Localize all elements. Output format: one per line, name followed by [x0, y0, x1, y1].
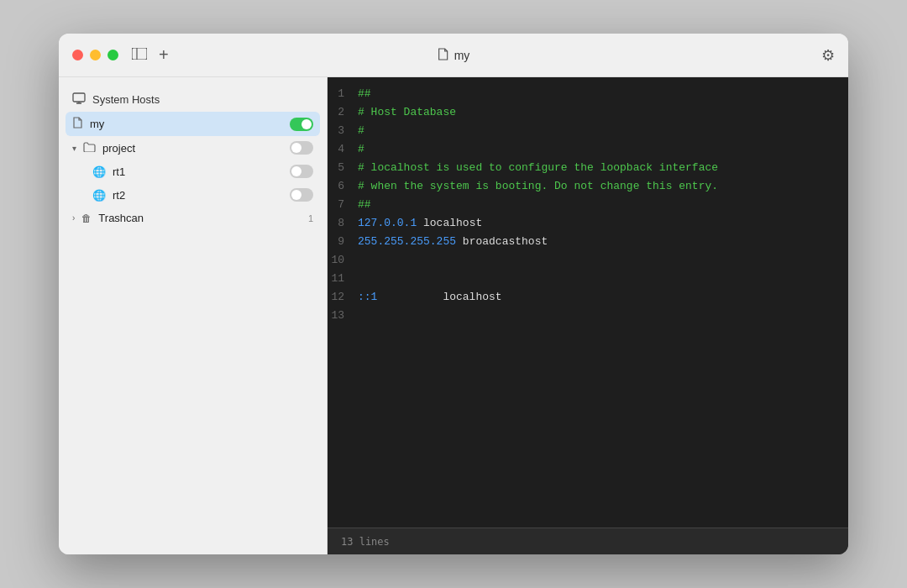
sidebar-item-trashcan[interactable]: › 🗑 Trashcan 1 — [59, 207, 327, 229]
line-content-1: ## — [358, 87, 371, 100]
line-num-7: 7 — [328, 198, 358, 211]
sidebar-item-rt2-label: rt2 — [113, 189, 283, 202]
code-line-3: 3 # — [328, 124, 848, 143]
project-toggle[interactable] — [290, 141, 313, 155]
line-content-6: # when the system is booting. Do not cha… — [358, 180, 718, 192]
main-content: System Hosts my ▾ — [59, 77, 848, 554]
line-num-13: 13 — [328, 309, 358, 322]
titlebar-title-area: my — [438, 48, 470, 63]
line-num-12: 12 — [328, 291, 358, 303]
line-num-11: 11 — [328, 272, 358, 285]
line-num-5: 5 — [328, 161, 358, 174]
code-line-4: 4 # — [328, 143, 848, 161]
line-content-8: 127.0.0.1 localhost — [358, 217, 482, 229]
project-chevron: ▾ — [72, 144, 76, 153]
rt1-toggle[interactable] — [290, 165, 313, 178]
sidebar-item-rt1-label: rt1 — [113, 165, 283, 178]
line-num-6: 6 — [328, 180, 358, 192]
line-content-12: ::1 localhost — [358, 291, 502, 303]
svg-rect-0 — [132, 48, 147, 60]
title-file-icon — [438, 48, 449, 63]
sidebar: System Hosts my ▾ — [59, 77, 328, 554]
titlebar: + my ⚙ — [59, 34, 848, 77]
system-hosts-label: System Hosts — [92, 93, 160, 106]
main-window: + my ⚙ — [59, 34, 848, 554]
line-num-10: 10 — [328, 254, 358, 266]
line-content-5: # localhost is used to configure the loo… — [358, 161, 718, 174]
titlebar-controls: + — [132, 45, 169, 65]
line-num-4: 4 — [328, 143, 358, 155]
line-num-2: 2 — [328, 106, 358, 118]
trash-icon: 🗑 — [81, 213, 92, 224]
code-line-7: 7 ## — [328, 198, 848, 217]
folder-icon — [83, 142, 96, 155]
line-content-2: # Host Database — [358, 106, 456, 118]
code-line-13: 13 — [328, 309, 848, 328]
code-line-9: 9 255.255.255.255 broadcasthost — [328, 235, 848, 254]
file-icon — [72, 117, 83, 131]
settings-icon[interactable]: ⚙ — [821, 47, 835, 64]
code-line-12: 12 ::1 localhost — [328, 291, 848, 309]
sidebar-item-project-label: project — [102, 142, 283, 155]
code-line-11: 11 — [328, 272, 848, 291]
system-hosts-header: System Hosts — [59, 87, 327, 112]
titlebar-right: ⚙ — [821, 46, 835, 65]
globe-icon-rt2: 🌐 — [92, 189, 106, 202]
trashcan-badge: 1 — [308, 213, 313, 223]
code-line-10: 10 — [328, 254, 848, 272]
monitor-icon — [72, 92, 86, 107]
line-content-4: # — [358, 143, 364, 155]
line-content-3: # — [358, 124, 364, 137]
code-line-6: 6 # when the system is booting. Do not c… — [328, 180, 848, 198]
traffic-lights — [72, 50, 118, 60]
sidebar-item-project[interactable]: ▾ project — [59, 136, 327, 160]
line-num-1: 1 — [328, 87, 358, 100]
my-toggle[interactable] — [290, 118, 313, 131]
editor-statusbar: 13 lines — [328, 528, 848, 554]
line-num-3: 3 — [328, 124, 358, 137]
minimize-button[interactable] — [90, 50, 101, 60]
editor-content[interactable]: 1 ## 2 # Host Database 3 # 4 # 5 # loc — [328, 77, 848, 528]
line-num-8: 8 — [328, 217, 358, 229]
sidebar-toggle-icon[interactable] — [132, 48, 147, 63]
code-line-1: 1 ## — [328, 87, 848, 106]
sidebar-item-rt2[interactable]: 🌐 rt2 — [59, 183, 327, 207]
editor-panel: 1 ## 2 # Host Database 3 # 4 # 5 # loc — [328, 77, 848, 554]
close-button[interactable] — [72, 50, 83, 60]
status-lines-text: 13 lines — [341, 536, 390, 548]
add-icon[interactable]: + — [159, 45, 169, 65]
line-content-7: ## — [358, 198, 371, 211]
globe-icon-rt1: 🌐 — [92, 165, 106, 178]
sidebar-item-trashcan-label: Trashcan — [98, 212, 300, 224]
window-title: my — [454, 49, 470, 62]
sidebar-item-my-label: my — [90, 118, 283, 130]
code-line-2: 2 # Host Database — [328, 106, 848, 124]
svg-rect-2 — [73, 93, 85, 102]
trashcan-chevron: › — [72, 213, 75, 223]
sidebar-item-my[interactable]: my — [66, 112, 320, 136]
maximize-button[interactable] — [107, 50, 118, 60]
line-num-9: 9 — [328, 235, 358, 248]
code-line-8: 8 127.0.0.1 localhost — [328, 217, 848, 235]
rt2-toggle[interactable] — [290, 188, 313, 202]
line-content-9: 255.255.255.255 broadcasthost — [358, 235, 548, 248]
sidebar-item-rt1[interactable]: 🌐 rt1 — [59, 160, 327, 183]
code-line-5: 5 # localhost is used to configure the l… — [328, 161, 848, 180]
